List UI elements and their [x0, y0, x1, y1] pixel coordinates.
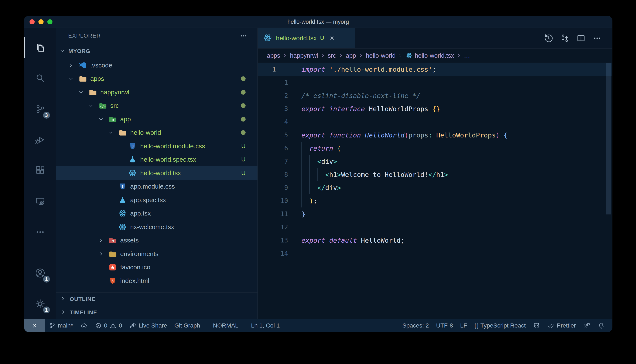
breadcrumb-item-apps[interactable]: apps	[267, 52, 280, 59]
chevron-right-icon	[98, 250, 108, 257]
tree-item-label: hello-world	[130, 129, 161, 136]
tree-item-assets[interactable]: assets	[56, 234, 258, 247]
close-tab-icon[interactable]	[329, 35, 335, 41]
tree-item-apps[interactable]: apps	[56, 72, 258, 86]
code-line[interactable]: 3export interface HelloWorldProps {}	[258, 102, 612, 116]
line-text: /* eslint-disable-next-line */	[288, 89, 420, 102]
editor-actions	[542, 28, 612, 48]
tree-item-app-spec-tsx[interactable]: app.spec.tsx	[56, 193, 258, 207]
code-line[interactable]: 10 );	[258, 194, 612, 208]
octoface-icon	[533, 322, 540, 329]
tree-item-hello-world[interactable]: hello-world	[56, 126, 258, 140]
folder-tan-icon	[88, 88, 97, 97]
breadcrumb-item-hello-world-tsx[interactable]: hello-world.tsx	[405, 52, 454, 59]
code-line[interactable]: 6 return (	[258, 142, 612, 155]
code-line[interactable]: 5export function HelloWorld(props: Hello…	[258, 128, 612, 142]
tree-item-hello-world-module-css[interactable]: 3hello-world.module.cssU	[56, 139, 258, 153]
tree-indent-guide	[111, 140, 111, 179]
open-changes-icon[interactable]	[558, 32, 571, 45]
activity-bar-item-search[interactable]	[24, 63, 56, 94]
more-actions-icon[interactable]	[590, 32, 604, 45]
code-line[interactable]: 1	[258, 76, 612, 89]
panel-outline[interactable]: OUTLINE	[56, 292, 258, 306]
tree-item-src[interactable]: </>src	[56, 99, 258, 113]
workspace-section-myorg[interactable]: MYORG	[56, 44, 258, 58]
status-item-github[interactable]	[529, 319, 544, 332]
editor-scrollbar[interactable]	[606, 63, 611, 214]
panel-timeline[interactable]: TIMELINE	[56, 306, 258, 319]
status-item-notifications[interactable]	[594, 319, 608, 332]
tree-item-hello-world-tsx[interactable]: hello-world.tsxU	[56, 166, 258, 180]
status-item-problems[interactable]: 00	[91, 319, 126, 332]
tree-item-app-module-css[interactable]: 3app.module.css	[56, 180, 258, 194]
status-item-feedback[interactable]	[579, 319, 594, 332]
tree-item-happynrwl[interactable]: happynrwl	[56, 86, 258, 99]
status-item-sync-changes[interactable]	[77, 319, 91, 332]
tree-item-favicon-ico[interactable]: favicon.ico	[56, 261, 258, 274]
activity-bar-item-accounts[interactable]: 1	[24, 258, 56, 288]
activity-bar-item-source-control[interactable]: 3	[24, 94, 56, 124]
zoom-window-button[interactable]	[47, 19, 53, 24]
code-line[interactable]: 7 <div>	[258, 155, 612, 168]
code-line[interactable]: 14	[258, 247, 612, 260]
status-item-label: Live Share	[139, 322, 167, 329]
bell-icon	[597, 322, 605, 329]
code-line[interactable]: 12	[258, 220, 612, 234]
breadcrumb-item-src[interactable]: src	[328, 52, 336, 59]
search-icon	[35, 73, 46, 84]
tree-item-app-tsx[interactable]: app.tsx	[56, 207, 258, 220]
breadcrumb-item-hello-world[interactable]: hello-world	[366, 52, 395, 59]
status-item-git-branch[interactable]: main*	[45, 319, 77, 332]
tree-item--vscode[interactable]: .vscode	[56, 58, 258, 72]
minimize-window-button[interactable]	[39, 19, 44, 24]
tab-hello-world-tsx[interactable]: hello-world.tsx U	[258, 28, 355, 48]
code-editor[interactable]: 1import './hello-world.module.css';12/* …	[258, 63, 612, 319]
git-modified-dot-icon	[241, 76, 246, 81]
git-modified-dot-icon	[241, 117, 246, 122]
line-text: <div>	[288, 155, 337, 168]
code-line[interactable]: 2/* eslint-disable-next-line */	[258, 89, 612, 102]
tree-item-nx-welcome-tsx[interactable]: nx-welcome.tsx	[56, 220, 258, 234]
breadcrumb-item--[interactable]: …	[464, 52, 470, 59]
remote-indicator[interactable]	[24, 319, 45, 332]
close-window-button[interactable]	[30, 19, 35, 24]
activity-bar: 311	[24, 28, 56, 319]
line-text: </div>	[288, 181, 341, 194]
activity-bar-item-remote-explorer[interactable]	[24, 186, 56, 216]
activity-bar-item-explorer[interactable]	[24, 32, 56, 63]
source-control-badge: 3	[43, 111, 51, 119]
breadcrumb-item-app[interactable]: app	[346, 52, 356, 59]
line-number: 11	[258, 208, 288, 220]
split-editor-icon[interactable]	[574, 32, 587, 45]
tree-item-app[interactable]: app	[56, 112, 258, 126]
code-line[interactable]: 13export default HelloWorld;	[258, 234, 612, 247]
open-timeline-icon[interactable]	[542, 32, 555, 45]
status-item-live-share[interactable]: Live Share	[126, 319, 171, 332]
status-item-vim-mode[interactable]: -- NORMAL --	[204, 319, 248, 332]
status-item-indentation[interactable]: Spaces: 2	[399, 319, 433, 332]
code-line[interactable]: 9 </div>	[258, 181, 612, 194]
code-line[interactable]: 8 <h1>Welcome to HelloWorld!</h1>	[258, 168, 612, 181]
activity-bar-item-more-views[interactable]	[24, 216, 56, 247]
breadcrumb-item-happynrwl[interactable]: happynrwl	[290, 52, 318, 59]
explorer-more-actions-icon[interactable]	[239, 32, 248, 40]
code-line[interactable]: 11}	[258, 208, 612, 220]
activity-bar-item-run-debug[interactable]	[24, 124, 56, 155]
status-item-prettier[interactable]: Prettier	[544, 319, 579, 332]
desktop-background: hello-world.tsx — myorg 311 EXPLORER MYO…	[0, 0, 636, 364]
status-item-language-mode[interactable]: { }TypeScript React	[471, 319, 529, 332]
tree-item-hello-world-spec-tsx[interactable]: hello-world.spec.tsxU	[56, 153, 258, 166]
code-line[interactable]: 1import './hello-world.module.css';	[258, 63, 612, 76]
tree-item-index-html[interactable]: 5index.html	[56, 274, 258, 288]
line-number: 10	[258, 194, 288, 208]
tree-item-label: environments	[120, 250, 158, 258]
status-item-eol[interactable]: LF	[457, 319, 471, 332]
status-item-encoding[interactable]: UTF-8	[433, 319, 457, 332]
code-line[interactable]: 4	[258, 116, 612, 128]
status-item-git-graph[interactable]: Git Graph	[171, 319, 204, 332]
status-item-cursor-position[interactable]: Ln 1, Col 1	[248, 319, 283, 332]
tree-item-environments[interactable]: environments	[56, 247, 258, 261]
line-number: 2	[258, 89, 288, 102]
activity-bar-item-extensions[interactable]	[24, 155, 56, 186]
activity-bar-item-settings[interactable]: 1	[24, 288, 56, 319]
